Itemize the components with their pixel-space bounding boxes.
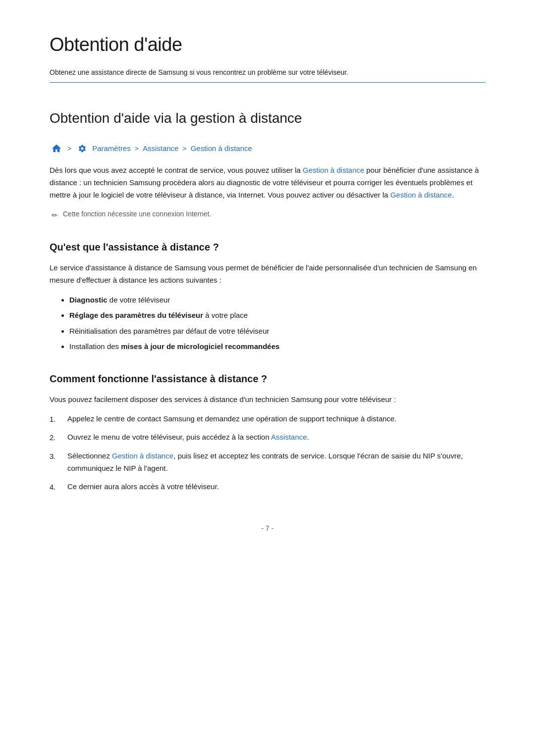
subtitle-text: Obtenez une assistance directe de Samsun… [50, 68, 485, 78]
section1-title: Obtention d'aide via la gestion à distan… [50, 107, 485, 130]
subtitle-bar: Obtenez une assistance directe de Samsun… [50, 68, 485, 83]
bullet-bold-2: Réglage des paramètres du téléviseur [69, 311, 203, 319]
breadcrumb-parametres[interactable]: Paramètres [92, 143, 131, 154]
home-icon [50, 142, 63, 155]
step-num-2: 2. [50, 431, 62, 444]
list-item: Réglage des paramètres du téléviseur à v… [69, 309, 485, 322]
subsection2-title: Comment fonctionne l'assistance à distan… [50, 371, 485, 387]
ordered-list: 1. Appelez le centre de contact Samsung … [50, 413, 485, 494]
step-text-2: Ouvrez le menu de votre téléviseur, puis… [67, 431, 309, 444]
breadcrumb-sep2: > [135, 143, 139, 154]
step-num-3: 3. [50, 450, 62, 463]
assistance-link[interactable]: Assistance [271, 433, 307, 441]
subsection1-intro: Le service d'assistance à distance de Sa… [50, 262, 485, 287]
section1-body: Dès lors que vous avez accepté le contra… [50, 164, 485, 201]
breadcrumb-sep1: > [67, 143, 71, 154]
step-num-4: 4. [50, 481, 62, 494]
page-title: Obtention d'aide [50, 30, 485, 60]
note-text: Cette fonction nécessite une connexion I… [63, 209, 212, 219]
page-number: - 7 - [262, 524, 274, 532]
step-text-3: Sélectionnez Gestion à distance, puis li… [67, 450, 485, 475]
gear-icon [75, 142, 89, 155]
list-item: Diagnostic de votre téléviseur [69, 294, 485, 306]
gestion-link-3[interactable]: Gestion à distance [112, 452, 173, 460]
bullet-list: Diagnostic de votre téléviseur Réglage d… [50, 294, 485, 353]
breadcrumb-sep3: > [182, 143, 186, 154]
gestion-link-2[interactable]: Gestion à distance [390, 191, 452, 199]
section1-text-end: . [452, 191, 454, 199]
list-item: 1. Appelez le centre de contact Samsung … [50, 413, 485, 426]
breadcrumb-gestion[interactable]: Gestion à distance [191, 143, 252, 154]
step-num-1: 1. [50, 413, 62, 426]
list-item: 3. Sélectionnez Gestion à distance, puis… [50, 450, 485, 475]
subsection1-title: Qu'est que l'assistance à distance ? [50, 239, 485, 255]
list-item: 2. Ouvrez le menu de votre téléviseur, p… [50, 431, 485, 444]
bullet-bold-1: Diagnostic [69, 296, 107, 304]
breadcrumb-assistance[interactable]: Assistance [143, 143, 179, 154]
pencil-icon: ✏ [52, 209, 58, 221]
gestion-link-1[interactable]: Gestion à distance [303, 166, 364, 174]
step-text-1: Appelez le centre de contact Samsung et … [67, 413, 397, 425]
page-footer: - 7 - [50, 523, 485, 534]
list-item: 4. Ce dernier aura alors accès à votre t… [50, 481, 485, 494]
breadcrumb: > Paramètres > Assistance > Gestion à di… [50, 142, 485, 155]
subsection2-intro: Vous pouvez facilement disposer des serv… [50, 394, 485, 406]
list-item: Installation des mises à jour de microlo… [69, 340, 485, 353]
section1-text-before: Dès lors que vous avez accepté le contra… [50, 166, 301, 174]
bullet-bold-4: mises à jour de micrologiciel recommandé… [121, 342, 279, 351]
list-item: Réinitialisation des paramètres par défa… [69, 325, 485, 338]
step-text-4: Ce dernier aura alors accès à votre télé… [67, 481, 219, 493]
note-box: ✏ Cette fonction nécessite une connexion… [50, 209, 485, 221]
